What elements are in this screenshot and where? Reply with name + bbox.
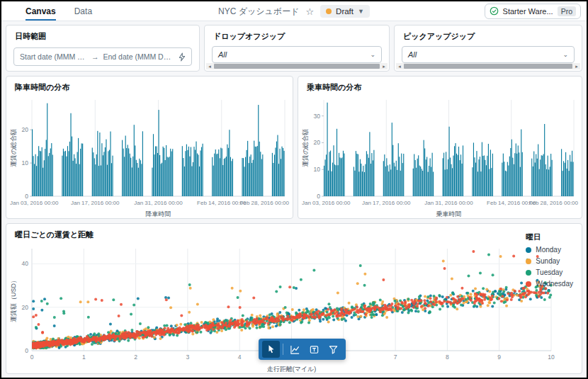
filter-title: ドロップオフジップ: [205, 26, 389, 45]
svg-text:40: 40: [22, 260, 29, 267]
status-dot-icon: [326, 9, 332, 14]
favorite-star-icon[interactable]: ☆: [305, 7, 314, 16]
chart-toolbar: [259, 339, 346, 360]
end-date-placeholder: End date (MMM DD, YYYY HH:...: [103, 52, 174, 61]
chevron-down-icon: ▼: [358, 8, 364, 15]
svg-text:0: 0: [25, 193, 28, 200]
svg-text:Jan 03, 2016 00:00: Jan 03, 2016 00:00: [10, 200, 59, 206]
publish-status-dropdown[interactable]: Draft ▼: [320, 5, 370, 18]
svg-text:Jan 17, 2016 00:00: Jan 17, 2016 00:00: [362, 200, 411, 206]
chevron-down-icon: ⌄: [562, 51, 568, 58]
scrollbar-thumb[interactable]: [404, 64, 572, 69]
svg-text:2: 2: [134, 353, 137, 361]
legend-item-sunday[interactable]: Sunday: [526, 257, 573, 265]
tab-data[interactable]: Data: [74, 1, 92, 21]
check-circle-icon: [490, 6, 499, 16]
legend-dot-icon: [526, 247, 531, 253]
view-tabs: Canvas Data: [26, 1, 92, 21]
dropoff-time-histogram[interactable]: Jan 03, 2016 00:00Jan 17, 2016 00:00Jan …: [9, 96, 290, 219]
svg-text:Feb 28, 2016 00:00: Feb 28, 2016 00:00: [240, 200, 290, 206]
chart-title: 曜日ごとの運賃と距離: [6, 224, 582, 243]
horizontal-scrollbar[interactable]: ◂ ▸: [396, 63, 580, 69]
svg-text:1: 1: [82, 353, 86, 361]
scroll-left-icon[interactable]: ◂: [396, 63, 403, 69]
svg-text:運賃の総合額: 運賃の総合額: [302, 129, 309, 167]
top-bar: Canvas Data NYC ダッシュボード ☆ Draft ▼ Starte…: [1, 1, 587, 21]
legend-label: Sunday: [536, 257, 560, 265]
pickup-time-histogram[interactable]: Jan 03, 2016 00:00Jan 17, 2016 00:00Jan …: [300, 96, 579, 219]
pro-badge: Pro: [558, 6, 576, 16]
pickup-zip-select[interactable]: All ⌄: [402, 46, 575, 63]
svg-text:降車時間: 降車時間: [146, 210, 171, 217]
legend-item-wednesday[interactable]: Wednesday: [526, 280, 573, 288]
legend-dot-icon: [526, 270, 531, 276]
legend-label: Tuesday: [536, 268, 562, 276]
filter-tool-button[interactable]: [324, 341, 342, 358]
start-date-placeholder: Start date (MMM DD, YYYY H...: [20, 52, 87, 61]
scroll-right-icon[interactable]: ▸: [573, 63, 580, 69]
svg-text:7: 7: [394, 353, 397, 361]
svg-text:20: 20: [22, 126, 29, 133]
dropoff-zip-select[interactable]: All ⌄: [212, 46, 382, 63]
scatter-legend-items: MondaySundayTuesdayWednesday: [526, 246, 573, 288]
svg-text:乗車時間: 乗車時間: [436, 210, 462, 217]
label-icon: [309, 344, 320, 355]
selected-value: All: [408, 50, 417, 59]
svg-text:Jan 03, 2016 00:00: Jan 03, 2016 00:00: [302, 200, 351, 206]
warehouse-selector-button[interactable]: Starter Ware... Pro: [485, 4, 581, 19]
svg-text:10: 10: [22, 159, 29, 166]
legend-item-tuesday[interactable]: Tuesday: [526, 268, 573, 276]
svg-text:0: 0: [25, 347, 28, 354]
tab-canvas[interactable]: Canvas: [26, 1, 56, 21]
svg-text:0: 0: [317, 193, 320, 200]
svg-text:Feb 28, 2016 00:00: Feb 28, 2016 00:00: [529, 200, 579, 206]
legend-title: 曜日: [526, 232, 573, 242]
filter-card-dropoff-zip: ドロップオフジップ All ⌄ ◂ ▸: [204, 25, 390, 72]
svg-text:20: 20: [22, 304, 29, 311]
svg-text:走行距離(マイル): 走行距離(マイル): [267, 366, 317, 373]
chart-card-fare-distance: 曜日ごとの運賃と距離 01234567891002040走行距離(マイル)運賃額…: [6, 223, 582, 374]
label-tool-button[interactable]: [305, 341, 323, 358]
svg-text:Jan 31, 2016 00:00: Jan 31, 2016 00:00: [134, 200, 183, 206]
svg-text:0: 0: [30, 353, 34, 361]
arrow-right-icon: →: [91, 52, 99, 61]
page-title: NYC ダッシュボード: [218, 6, 299, 18]
bolt-icon[interactable]: [178, 52, 186, 62]
chevron-down-icon: ⌄: [370, 51, 375, 58]
line-select-tool-button[interactable]: [286, 341, 304, 358]
filter-title: 日時範囲: [6, 26, 199, 45]
scroll-left-icon[interactable]: ◂: [206, 63, 213, 69]
status-label: Draft: [336, 7, 354, 16]
chart-title: 降車時間の分布: [6, 77, 293, 96]
line-chart-icon: [290, 344, 300, 355]
legend-item-monday[interactable]: Monday: [526, 246, 573, 254]
svg-text:10: 10: [314, 166, 321, 173]
dashboard-window: Canvas Data NYC ダッシュボード ☆ Draft ▼ Starte…: [0, 0, 588, 379]
svg-text:Jan 31, 2016 00:00: Jan 31, 2016 00:00: [424, 200, 473, 206]
filter-title: ピックアップジップ: [395, 26, 582, 45]
filter-card-date-range: 日時範囲 Start date (MMM DD, YYYY H... → End…: [6, 25, 200, 72]
svg-text:9: 9: [497, 353, 501, 361]
svg-text:8: 8: [446, 353, 449, 361]
filter-card-pickup-zip: ピックアップジップ All ⌄ ◂ ▸: [394, 25, 582, 72]
chart-card-pickup-time: 乗車時間の分布 Jan 03, 2016 00:00Jan 17, 2016 0…: [298, 76, 582, 219]
svg-text:Jan 17, 2016 00:00: Jan 17, 2016 00:00: [71, 200, 120, 206]
svg-text:30: 30: [314, 113, 321, 120]
pointer-icon: [266, 344, 276, 354]
scrollbar-thumb[interactable]: [214, 64, 380, 69]
pointer-tool-button[interactable]: [262, 341, 280, 358]
legend-label: Wednesday: [536, 280, 573, 288]
svg-text:運賃の総合額: 運賃の総合額: [10, 129, 17, 167]
svg-text:10: 10: [548, 353, 555, 361]
chart-card-dropoff-time: 降車時間の分布 Jan 03, 2016 00:00Jan 17, 2016 0…: [6, 76, 293, 219]
svg-text:20: 20: [314, 139, 321, 146]
svg-text:3: 3: [186, 353, 190, 361]
date-range-input[interactable]: Start date (MMM DD, YYYY H... → End date…: [13, 47, 192, 66]
horizontal-scrollbar[interactable]: ◂ ▸: [206, 63, 388, 69]
svg-text:Feb 14, 2016 00:00: Feb 14, 2016 00:00: [197, 200, 247, 206]
svg-text:4: 4: [238, 353, 242, 361]
chart-title: 乗車時間の分布: [298, 77, 582, 96]
scroll-right-icon[interactable]: ▸: [380, 63, 388, 69]
scatter-legend: 曜日 MondaySundayTuesdayWednesday: [526, 232, 573, 291]
filter-funnel-icon: [328, 344, 339, 355]
